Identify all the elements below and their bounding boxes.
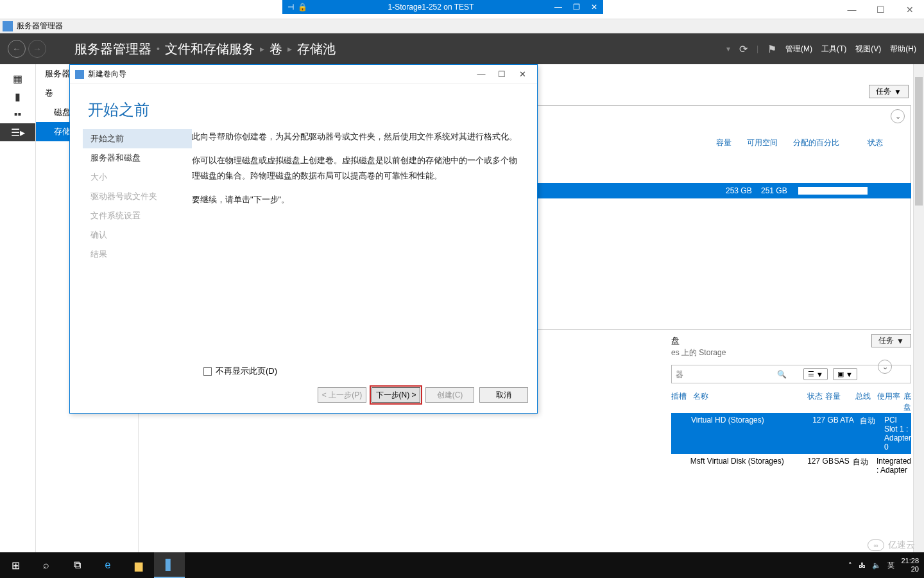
- filter-options-button[interactable]: ☰ ▼: [803, 368, 828, 380]
- chevron-down-icon: ▼: [816, 371, 823, 378]
- col-slot[interactable]: 插槽: [671, 391, 693, 413]
- rdp-lock-icon: 🔒: [298, 3, 307, 12]
- search-button[interactable]: ⌕: [31, 552, 62, 578]
- next-button[interactable]: 下一步(N) >: [372, 387, 420, 403]
- tray-volume-icon[interactable]: 🔈: [872, 561, 881, 570]
- wizard-minimize-button[interactable]: —: [472, 69, 491, 79]
- col-free[interactable]: 可用空间: [747, 137, 778, 148]
- chevron-down-icon: ▼: [894, 87, 902, 96]
- rail-file-storage-icon[interactable]: ☰▸: [0, 123, 35, 141]
- col-alloc[interactable]: 分配的百分比: [793, 137, 839, 148]
- rdp-connection-bar[interactable]: ⊣ 🔒 1-Storage1-252 on TEST — ❐ ✕: [282, 0, 603, 14]
- cancel-button[interactable]: 取消: [479, 387, 528, 403]
- breadcrumb-item[interactable]: 存储池: [297, 40, 336, 58]
- chevron-right-icon: •: [157, 44, 160, 54]
- step-size: 大小: [83, 168, 192, 187]
- col-capacity[interactable]: 容量: [825, 391, 855, 413]
- wizard-body-text: 此向导帮助你创建卷，为其分配驱动器号或文件夹，然后使用文件系统对其进行格式化。 …: [192, 129, 524, 360]
- nav-forward-button[interactable]: →: [28, 40, 46, 58]
- rdp-restore-button[interactable]: ❐: [567, 3, 585, 12]
- disk-row[interactable]: Virtual HD (Storages) 127 GB ATA 自动 PCI …: [671, 413, 911, 454]
- create-button: 创建(C): [425, 387, 474, 403]
- disk-row[interactable]: Msft Virtual Disk (Storages) 127 GB SAS …: [671, 454, 911, 477]
- taskbar: ⊞ ⌕ ⧉ e ▆ ▋ ˄ 🖧 🔈 英 21:28 20: [0, 552, 924, 578]
- app-title: 服务器管理器: [17, 21, 63, 31]
- scrollbar-thumb[interactable]: [915, 77, 923, 206]
- dont-show-again-checkbox[interactable]: 不再显示此页(D): [70, 360, 537, 377]
- breadcrumb: 服务器管理器 • 文件和存储服务 ▸ 卷 ▸ 存储池: [74, 40, 336, 58]
- vertical-scrollbar[interactable]: [913, 64, 924, 552]
- app-titlebar: 服务器管理器: [0, 19, 924, 33]
- flag-icon[interactable]: ⚑: [767, 43, 776, 55]
- breadcrumb-root[interactable]: 服务器管理器: [74, 40, 151, 58]
- chevron-down-icon: ▼: [896, 337, 904, 346]
- menu-view[interactable]: 视图(V): [855, 44, 881, 55]
- nav-back-button[interactable]: ←: [8, 40, 26, 58]
- rdp-title: 1-Storage1-252 on TEST: [312, 3, 549, 12]
- rdp-pin-icon[interactable]: ⊣: [287, 3, 294, 12]
- wizard-icon: [75, 70, 84, 79]
- menu-help[interactable]: 帮助(H): [890, 44, 916, 55]
- menu-manage[interactable]: 管理(M): [785, 44, 812, 55]
- icon-rail: ▦ ▮ ▪▪ ☰▸: [0, 64, 36, 552]
- ie-icon[interactable]: e: [92, 552, 123, 578]
- step-drive-letter: 驱动器号或文件夹: [83, 187, 192, 206]
- disks-subtitle: es 上的 Storage: [671, 347, 911, 358]
- taskbar-clock[interactable]: 21:28 20: [901, 557, 919, 574]
- server-manager-taskbar-icon[interactable]: ▋: [154, 552, 185, 578]
- col-status[interactable]: 状态: [868, 137, 883, 148]
- disks-tasks-dropdown[interactable]: 任务▼: [871, 334, 911, 347]
- col-capacity[interactable]: 容量: [716, 137, 732, 148]
- wizard-close-button[interactable]: ✕: [513, 69, 532, 79]
- wizard-titlebar[interactable]: 新建卷向导 — ☐ ✕: [70, 65, 537, 84]
- wizard-steps: 开始之前 服务器和磁盘 大小 驱动器号或文件夹 文件系统设置 确认 结果: [83, 129, 192, 360]
- disks-title: 盘: [671, 335, 680, 347]
- step-confirm: 确认: [83, 225, 192, 245]
- chevron-right-icon: ▸: [260, 44, 264, 54]
- watermark: ∞ 亿速云: [868, 539, 915, 551]
- col-chassis[interactable]: 底盘: [903, 391, 911, 413]
- rail-all-servers-icon[interactable]: ▪▪: [0, 105, 35, 123]
- checkbox-icon[interactable]: [203, 367, 212, 376]
- filter-input[interactable]: [676, 370, 772, 379]
- outer-minimize-button[interactable]: —: [837, 0, 866, 19]
- physical-disks-panel: 盘 任务▼ es 上的 Storage 🔍 ☰ ▼ ▣ ▼ ⌄ 插槽 名称 状态…: [671, 334, 911, 477]
- pool-free-value: 251 GB: [761, 186, 787, 195]
- col-status[interactable]: 状态: [807, 391, 825, 413]
- tray-network-icon[interactable]: 🖧: [859, 561, 866, 569]
- tasks-dropdown[interactable]: 任务▼: [869, 85, 909, 98]
- outer-close-button[interactable]: ✕: [895, 0, 924, 19]
- explorer-icon[interactable]: ▆: [123, 552, 154, 578]
- step-results: 结果: [83, 245, 192, 264]
- wizard-maximize-button[interactable]: ☐: [492, 69, 511, 79]
- col-name[interactable]: 名称: [693, 391, 807, 413]
- rdp-close-button[interactable]: ✕: [585, 3, 603, 12]
- outer-maximize-button[interactable]: ☐: [866, 0, 895, 19]
- server-manager-icon: [3, 21, 13, 31]
- alloc-progress-bar: [798, 187, 868, 195]
- collapse-toggle[interactable]: ⌄: [878, 360, 892, 374]
- ime-indicator[interactable]: 英: [887, 561, 894, 570]
- step-before-begin[interactable]: 开始之前: [83, 129, 192, 148]
- search-icon[interactable]: 🔍: [777, 370, 787, 379]
- task-view-button[interactable]: ⧉: [62, 552, 92, 578]
- save-query-button[interactable]: ▣ ▼: [833, 368, 857, 380]
- breadcrumb-item[interactable]: 卷: [270, 40, 282, 58]
- wizard-heading: 开始之前: [70, 84, 537, 129]
- chevron-down-icon: ▼: [846, 371, 853, 378]
- breadcrumb-item[interactable]: 文件和存储服务: [165, 40, 255, 58]
- step-filesystem: 文件系统设置: [83, 206, 192, 225]
- previous-button: < 上一步(P): [318, 387, 366, 403]
- col-usage[interactable]: 使用率: [877, 391, 903, 413]
- chevron-right-icon: ▸: [287, 44, 292, 54]
- rail-dashboard-icon[interactable]: ▦: [0, 69, 35, 87]
- rail-local-server-icon[interactable]: ▮: [0, 87, 35, 105]
- dropdown-icon[interactable]: ▾: [726, 44, 730, 53]
- refresh-icon[interactable]: ⟳: [739, 43, 748, 55]
- menu-tools[interactable]: 工具(T): [821, 44, 846, 55]
- tray-up-icon[interactable]: ˄: [848, 561, 852, 570]
- step-server-disk[interactable]: 服务器和磁盘: [83, 148, 192, 168]
- col-bus[interactable]: 总线: [855, 391, 877, 413]
- rdp-minimize-button[interactable]: —: [549, 3, 567, 12]
- start-button[interactable]: ⊞: [0, 552, 31, 578]
